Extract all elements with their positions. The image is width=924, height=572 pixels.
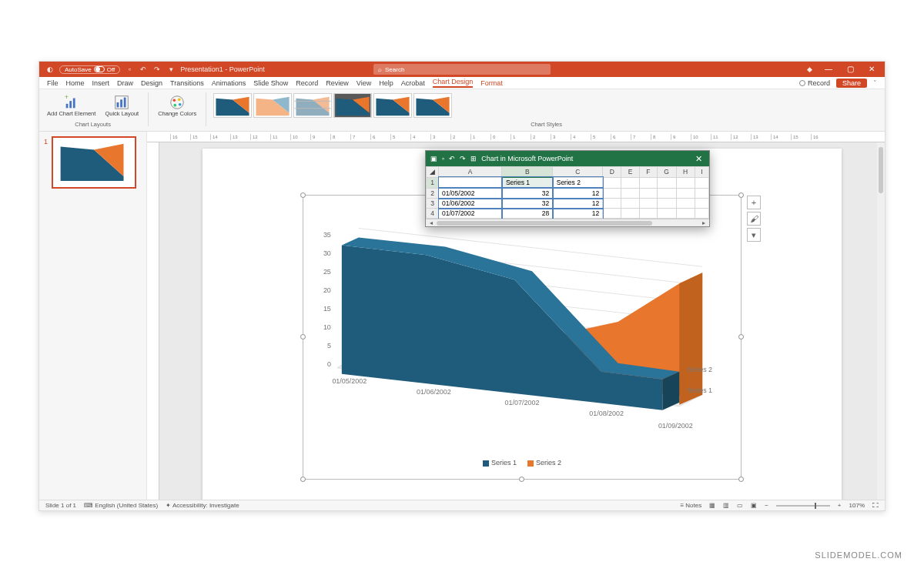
chart-style-6[interactable] (413, 93, 452, 118)
cell-B1[interactable]: Series 1 (502, 177, 553, 188)
cell-C2[interactable]: 12 (553, 188, 603, 199)
cell-E3[interactable] (621, 199, 639, 209)
resize-handle-ne[interactable] (738, 192, 744, 198)
excel-save-icon[interactable]: ▫ (442, 155, 444, 162)
resize-handle-w[interactable] (300, 334, 306, 340)
tab-review[interactable]: Review (326, 79, 349, 87)
undo-icon[interactable]: ↶ (139, 65, 148, 74)
excel-close-button[interactable]: ✕ (692, 154, 705, 164)
excel-col-F[interactable]: F (639, 167, 657, 178)
resize-handle-e[interactable] (738, 334, 744, 340)
cell-H2[interactable] (676, 188, 695, 199)
tab-design[interactable]: Design (141, 79, 162, 87)
zoom-slider[interactable] (776, 505, 830, 507)
cell-D1[interactable] (603, 177, 621, 188)
cell-G2[interactable] (657, 188, 676, 199)
cell-G1[interactable] (657, 177, 676, 188)
excel-select-all[interactable]: ◢ (427, 167, 439, 178)
excel-redo-icon[interactable]: ↷ (460, 155, 466, 162)
chart-style-5[interactable] (373, 93, 412, 118)
cell-I4[interactable] (695, 209, 708, 219)
chart-elements-button[interactable]: + (747, 196, 761, 209)
excel-title-bar[interactable]: ▣ ▫ ↶ ↷ ⊞ Chart in Microsoft PowerPoint … (426, 151, 709, 166)
cell-I2[interactable] (695, 188, 708, 199)
chart-plot-area[interactable]: 35 30 25 20 15 10 5 0 (303, 211, 741, 456)
cell-H4[interactable] (676, 209, 695, 219)
scrollbar-thumb[interactable] (879, 147, 883, 193)
excel-undo-icon[interactable]: ↶ (449, 155, 455, 162)
excel-row-header-1[interactable]: 1 (427, 177, 439, 188)
view-reading-button[interactable]: ▭ (737, 502, 743, 509)
cell-C4[interactable]: 12 (553, 209, 603, 219)
tab-file[interactable]: File (47, 79, 59, 87)
zoom-out-button[interactable]: − (765, 502, 768, 509)
fit-to-window-button[interactable]: ⛶ (872, 502, 879, 509)
excel-row-2[interactable]: 2 01/05/2002 32 12 (427, 188, 709, 199)
cell-A4[interactable]: 01/07/2002 (439, 209, 502, 219)
touch-mode-icon[interactable]: ▾ (166, 65, 176, 74)
ribbon-collapse-icon[interactable]: ˅ (873, 79, 877, 87)
excel-row-header-2[interactable]: 2 (427, 188, 439, 199)
tab-record[interactable]: Record (296, 79, 318, 87)
cell-H3[interactable] (676, 199, 695, 209)
autosave-toggle[interactable]: AutoSave Off (59, 65, 120, 74)
chart-filters-button[interactable]: ▾ (747, 228, 761, 242)
resize-handle-nw[interactable] (300, 192, 306, 198)
share-button[interactable]: Share (836, 79, 867, 88)
tab-chart-design[interactable]: Chart Design (433, 78, 474, 88)
excel-col-G[interactable]: G (657, 167, 676, 178)
cell-G4[interactable] (657, 209, 676, 219)
tab-slideshow[interactable]: Slide Show (253, 79, 288, 87)
excel-col-B[interactable]: B (502, 167, 553, 178)
excel-col-I[interactable]: I (695, 167, 708, 178)
excel-row-header-4[interactable]: 4 (427, 209, 439, 219)
tab-insert[interactable]: Insert (92, 79, 110, 87)
excel-scroll-thumb[interactable] (437, 221, 652, 226)
chart-style-1[interactable] (213, 93, 252, 118)
chart-legend[interactable]: Series 1 Series 2 (303, 459, 741, 467)
tab-transitions[interactable]: Transitions (170, 79, 204, 87)
change-colors-button[interactable]: Change Colors (155, 92, 199, 119)
cell-F1[interactable] (639, 177, 657, 188)
cell-B4[interactable]: 28 (502, 209, 553, 219)
cell-G3[interactable] (657, 199, 676, 209)
minimize-button[interactable]: — (822, 65, 835, 74)
add-chart-element-button[interactable]: + Add Chart Element (44, 92, 99, 119)
cell-D4[interactable] (603, 209, 621, 219)
excel-col-E[interactable]: E (621, 167, 639, 178)
excel-grid[interactable]: ◢ A B C D E F G H I 1 Series 1 Series 2 … (426, 166, 709, 219)
tab-home[interactable]: Home (66, 79, 85, 87)
cell-E2[interactable] (621, 188, 639, 199)
notes-button[interactable]: ≡ Notes (680, 502, 701, 509)
close-button[interactable]: ✕ (865, 65, 879, 74)
cell-B3[interactable]: 32 (502, 199, 553, 209)
user-icon[interactable]: ◆ (805, 65, 814, 74)
cell-I3[interactable] (695, 199, 708, 209)
language-indicator[interactable]: ⌨ English (United States) (84, 502, 158, 509)
cell-D3[interactable] (603, 199, 621, 209)
cell-E4[interactable] (621, 209, 639, 219)
vertical-scrollbar[interactable] (877, 142, 885, 500)
excel-scrollbar[interactable]: ◂ ▸ (426, 219, 709, 226)
cell-A1[interactable] (439, 177, 502, 188)
cell-A2[interactable]: 01/05/2002 (439, 188, 502, 199)
cell-F4[interactable] (639, 209, 657, 219)
tab-animations[interactable]: Animations (212, 79, 246, 87)
excel-col-C[interactable]: C (553, 167, 603, 178)
resize-handle-se[interactable] (738, 477, 744, 482)
cell-A3[interactable]: 01/06/2002 (439, 199, 502, 209)
zoom-in-button[interactable]: + (838, 502, 842, 509)
cell-F3[interactable] (639, 199, 657, 209)
chart-style-4[interactable] (333, 93, 372, 118)
excel-row-4[interactable]: 4 01/07/2002 28 12 (427, 209, 709, 219)
excel-col-A[interactable]: A (439, 167, 502, 178)
excel-scroll-right[interactable]: ▸ (700, 219, 708, 226)
resize-handle-s[interactable] (519, 477, 524, 482)
excel-grid-icon[interactable]: ⊞ (470, 155, 477, 162)
excel-col-H[interactable]: H (676, 167, 695, 178)
tab-acrobat[interactable]: Acrobat (401, 79, 425, 87)
cell-I1[interactable] (695, 177, 708, 188)
chart-styles-button[interactable]: 🖌 (747, 212, 761, 226)
slide-thumbnail-1[interactable]: 1 (52, 136, 136, 189)
quick-layout-button[interactable]: Quick Layout (102, 92, 142, 119)
